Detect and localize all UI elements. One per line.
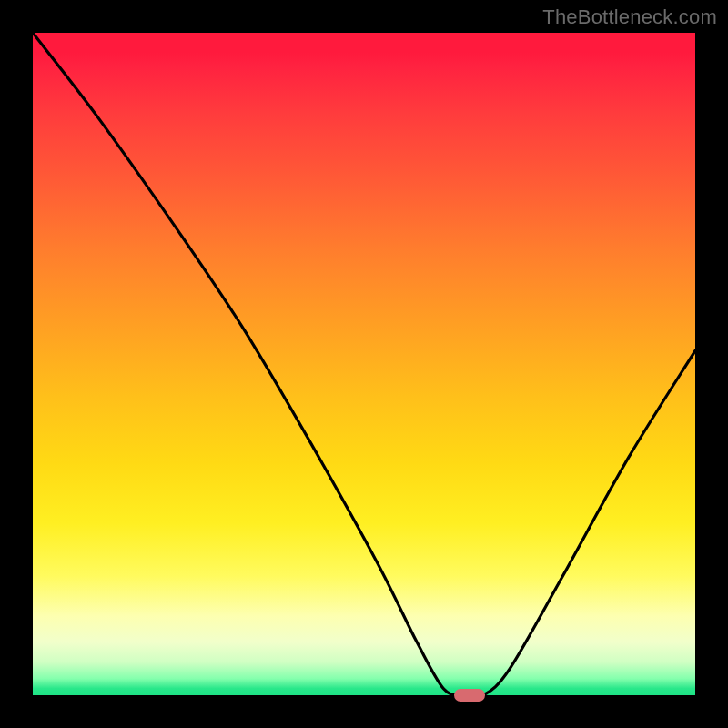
chart-frame: TheBottleneck.com (0, 0, 728, 728)
attribution-text: TheBottleneck.com (542, 5, 717, 29)
plot-area (33, 33, 695, 695)
optimal-match-marker (454, 689, 485, 702)
bottleneck-curve (33, 33, 695, 695)
curve-path (33, 33, 695, 695)
